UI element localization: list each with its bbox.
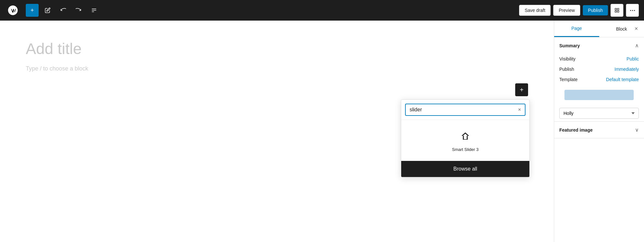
editor-area: Add title Type / to choose a block + × S… bbox=[0, 21, 554, 242]
template-row: Template Default template bbox=[554, 74, 644, 85]
block-search-field: × bbox=[405, 104, 526, 116]
featured-image-section: Featured image ∨ bbox=[554, 122, 644, 138]
editor-body[interactable]: Type / to choose a block bbox=[26, 65, 528, 72]
summary-header[interactable]: Summary ∧ bbox=[554, 37, 644, 54]
template-label: Template bbox=[559, 77, 578, 82]
browse-all-button[interactable]: Browse all bbox=[401, 161, 529, 177]
post-format-row: Holly Standard Aside Image Video Quote L… bbox=[554, 105, 644, 121]
publish-label: Publish bbox=[559, 67, 574, 72]
more-options-button[interactable]: ⋯ bbox=[626, 4, 639, 17]
toolbar: + Save draft Preview Publish ⋯ bbox=[0, 0, 644, 21]
summary-chevron: ∧ bbox=[635, 42, 639, 49]
url-placeholder-bar bbox=[564, 90, 634, 100]
sidebar-close-button[interactable]: × bbox=[631, 24, 641, 34]
svg-rect-3 bbox=[615, 8, 617, 10]
tab-page[interactable]: Page bbox=[554, 21, 599, 37]
save-draft-button[interactable]: Save draft bbox=[519, 5, 551, 16]
document-tools-button[interactable] bbox=[88, 4, 100, 17]
block-search-clear-button[interactable]: × bbox=[518, 107, 521, 113]
edit-mode-button[interactable] bbox=[41, 4, 54, 17]
main-area: Add title Type / to choose a block + × S… bbox=[0, 21, 644, 242]
block-inserter-popup: × Smart Slider 3 Browse all bbox=[401, 99, 530, 177]
publish-value[interactable]: Immediately bbox=[615, 67, 639, 72]
toolbar-right: Save draft Preview Publish ⋯ bbox=[519, 4, 639, 17]
visibility-label: Visibility bbox=[559, 56, 575, 61]
featured-image-title: Featured image bbox=[559, 127, 592, 133]
smart-slider-icon bbox=[458, 129, 473, 144]
svg-rect-6 bbox=[617, 11, 619, 12]
add-block-toolbar-button[interactable]: + bbox=[26, 4, 39, 17]
block-search-input[interactable] bbox=[410, 107, 516, 113]
block-results-area: Smart Slider 3 bbox=[401, 120, 529, 161]
summary-title: Summary bbox=[559, 43, 580, 48]
url-row bbox=[554, 85, 644, 105]
redo-button[interactable] bbox=[72, 4, 85, 17]
settings-button[interactable] bbox=[611, 4, 623, 17]
post-format-select[interactable]: Holly Standard Aside Image Video Quote L… bbox=[559, 108, 639, 119]
publish-button[interactable]: Publish bbox=[583, 5, 608, 15]
block-item-label: Smart Slider 3 bbox=[452, 147, 478, 152]
template-value[interactable]: Default template bbox=[606, 77, 639, 82]
visibility-value[interactable]: Public bbox=[627, 56, 639, 61]
editor-title[interactable]: Add title bbox=[26, 40, 528, 58]
summary-section: Summary ∧ Visibility Public Publish Imme… bbox=[554, 37, 644, 122]
visibility-row: Visibility Public bbox=[554, 54, 644, 64]
sidebar: Page Block × Summary ∧ Visibility Public… bbox=[554, 21, 644, 242]
block-item-smart-slider[interactable]: Smart Slider 3 bbox=[450, 126, 481, 154]
block-search-area: × bbox=[401, 100, 529, 120]
svg-rect-4 bbox=[617, 8, 619, 10]
featured-image-header[interactable]: Featured image ∨ bbox=[554, 122, 644, 138]
featured-image-chevron: ∨ bbox=[635, 127, 639, 133]
sidebar-tabs: Page Block × bbox=[554, 21, 644, 37]
preview-button[interactable]: Preview bbox=[553, 5, 580, 16]
wp-logo bbox=[5, 0, 21, 21]
svg-rect-5 bbox=[615, 11, 617, 12]
publish-row: Publish Immediately bbox=[554, 64, 644, 74]
add-block-inline-button[interactable]: + bbox=[515, 83, 528, 96]
undo-button[interactable] bbox=[57, 4, 70, 17]
